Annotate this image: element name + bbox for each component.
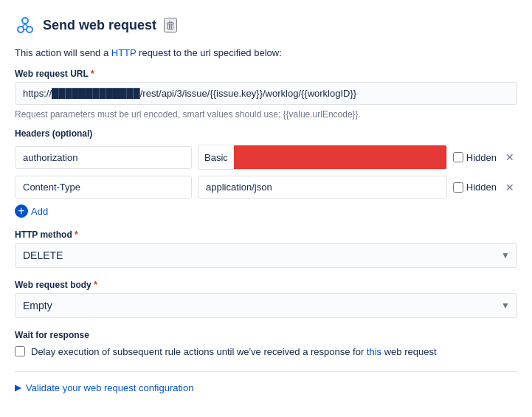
header-value-wrapper-1: Basic [198, 145, 447, 170]
hidden-label-2: Hidden [466, 182, 497, 193]
remove-header-2[interactable]: ✕ [502, 180, 517, 195]
url-input[interactable] [15, 82, 517, 105]
add-icon: + [15, 204, 28, 218]
hidden-checkbox-2[interactable] [453, 182, 463, 193]
page-header: Send web request 🗑 [15, 15, 517, 35]
http-method-wrapper: GET POST PUT DELETE PATCH HEAD ▼ [15, 243, 517, 268]
http-link[interactable]: HTTP [111, 47, 137, 58]
wait-text-before: Delay execution of subsequent rule actio… [31, 346, 367, 357]
header-value-redacted-1 [234, 145, 446, 169]
wait-response-text: Delay execution of subsequent rule actio… [31, 345, 437, 359]
headers-section: Headers (optional) Basic Hidden ✕ Hidden… [15, 128, 517, 218]
validate-label: Validate your web request configuration [26, 382, 193, 393]
hidden-label-1: Hidden [466, 152, 497, 163]
url-field-section: Web request URL Request parameters must … [15, 69, 517, 120]
wait-response-checkbox[interactable] [15, 346, 25, 356]
svg-line-3 [22, 24, 25, 27]
wait-response-row: Delay execution of subsequent rule actio… [15, 345, 517, 359]
validate-chevron-icon: ▶ [15, 382, 21, 393]
svg-line-4 [25, 24, 28, 27]
wait-response-section: Wait for response Delay execution of sub… [15, 330, 517, 359]
hidden-group-1: Hidden [453, 152, 497, 163]
desc-before: This action will send a [15, 47, 111, 58]
header-row-2: Hidden ✕ [15, 176, 517, 199]
web-request-body-section: Web request body Empty Custom data Form … [15, 280, 517, 318]
hidden-group-2: Hidden [453, 182, 497, 193]
description-text: This action will send a HTTP request to … [15, 47, 517, 58]
desc-after: request to the url specified below: [137, 47, 282, 58]
delete-button[interactable]: 🗑 [164, 18, 177, 32]
http-method-label: HTTP method [15, 230, 517, 240]
remove-header-1[interactable]: ✕ [502, 150, 517, 165]
headers-label: Headers (optional) [15, 128, 517, 139]
web-request-body-wrapper: Empty Custom data Form data ▼ [15, 293, 517, 318]
wait-text-after: web request [381, 346, 436, 357]
header-value-prefix-1: Basic [198, 147, 234, 168]
svg-point-2 [22, 18, 28, 24]
url-field-label: Web request URL [15, 69, 517, 79]
http-method-select[interactable]: GET POST PUT DELETE PATCH HEAD [15, 243, 517, 268]
webhook-icon [15, 15, 35, 35]
hidden-checkbox-1[interactable] [453, 152, 463, 162]
add-label: Add [31, 206, 48, 217]
wait-response-label: Wait for response [15, 330, 517, 340]
header-name-input-1[interactable] [15, 146, 192, 169]
validate-section[interactable]: ▶ Validate your web request configuratio… [15, 371, 517, 393]
url-hint: Request parameters must be url encoded, … [15, 109, 517, 120]
add-header-button[interactable]: + Add [15, 204, 48, 218]
header-name-input-2[interactable] [15, 176, 192, 199]
header-row-1: Basic Hidden ✕ [15, 145, 517, 170]
wait-response-link[interactable]: this [367, 346, 381, 357]
header-value-input-2[interactable] [198, 176, 447, 199]
page-title: Send web request [43, 18, 156, 33]
web-request-body-label: Web request body [15, 280, 517, 290]
web-request-body-select[interactable]: Empty Custom data Form data [15, 293, 517, 318]
http-method-section: HTTP method GET POST PUT DELETE PATCH HE… [15, 230, 517, 268]
